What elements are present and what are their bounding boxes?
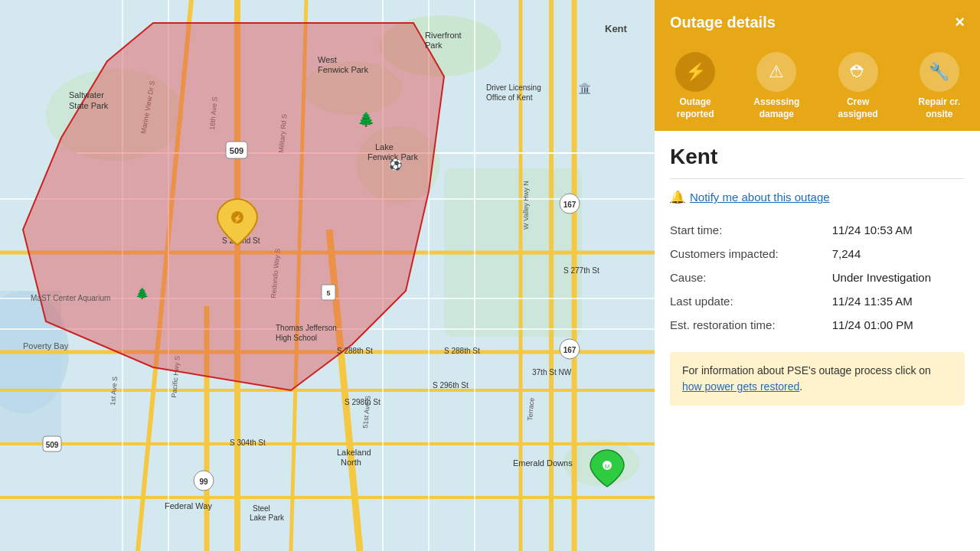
svg-text:Lakeland: Lakeland <box>337 448 371 457</box>
svg-text:W Valley Hwy N: W Valley Hwy N <box>522 181 530 230</box>
svg-text:High School: High School <box>276 334 317 342</box>
svg-text:Office of Kent: Office of Kent <box>486 93 533 102</box>
svg-text:Riverfront: Riverfront <box>425 31 462 40</box>
est-restore-label: Est. restoration time: <box>670 313 832 337</box>
close-button[interactable]: × <box>955 12 965 32</box>
svg-text:🌲: 🌲 <box>358 111 375 128</box>
svg-text:⚡: ⚡ <box>233 214 243 223</box>
status-step-outage-reported: ⚡ Outagereported <box>655 52 736 120</box>
svg-text:Emerald Downs: Emerald Downs <box>513 458 573 468</box>
svg-text:S 288th St: S 288th St <box>337 347 373 355</box>
info-table: Start time: 11/24 10:53 AM Customers imp… <box>670 218 965 337</box>
svg-text:S 304th St: S 304th St <box>230 439 266 447</box>
crew-assigned-label: Crewassigned <box>838 96 878 120</box>
svg-text:167: 167 <box>564 346 577 354</box>
est-restore-value: 11/24 01:00 PM <box>832 313 965 337</box>
status-step-assessing: ⚠ Assessingdamage <box>736 52 817 120</box>
outage-reported-icon-circle: ⚡ <box>675 52 715 92</box>
svg-text:5: 5 <box>326 289 330 297</box>
start-time-label: Start time: <box>670 218 832 242</box>
start-time-row: Start time: 11/24 10:53 AM <box>670 218 965 242</box>
svg-text:Lake: Lake <box>375 142 394 152</box>
repair-crew-label: Repair cr.onsite <box>919 96 961 120</box>
svg-text:S 298th St: S 298th St <box>345 398 381 406</box>
svg-text:MaST Center Aquarium: MaST Center Aquarium <box>31 294 110 302</box>
footer-period: . <box>799 380 802 393</box>
svg-text:S 277th St: S 277th St <box>564 266 599 275</box>
outage-reported-icon: ⚡ <box>685 62 706 82</box>
cause-row: Cause: Under Investigation <box>670 266 965 289</box>
svg-text:Park: Park <box>425 41 443 50</box>
svg-text:Saltwater: Saltwater <box>69 90 104 99</box>
map-container[interactable]: Marine View Dr S 16th Ave S Military Rd … <box>0 0 655 551</box>
svg-text:S 296th St: S 296th St <box>433 381 469 390</box>
info-footer: For information about PSE's outage proce… <box>670 352 965 406</box>
cause-label: Cause: <box>670 266 832 289</box>
svg-text:Driver Licensing: Driver Licensing <box>486 83 541 92</box>
customers-row: Customers impacted: 7,244 <box>670 242 965 266</box>
last-update-value: 11/24 11:35 AM <box>832 289 965 313</box>
status-step-crew-assigned: ⛑ Crewassigned <box>818 52 899 120</box>
svg-text:North: North <box>341 458 361 467</box>
svg-text:🏛️: 🏛️ <box>578 82 592 95</box>
customers-value: 7,244 <box>832 242 965 266</box>
panel-title: Outage details <box>670 14 776 31</box>
start-time-value: 11/24 10:53 AM <box>832 218 965 242</box>
assessing-icon: ⚠ <box>769 62 784 82</box>
repair-crew-icon: 🔧 <box>929 62 949 82</box>
svg-text:Fenwick Park: Fenwick Park <box>318 65 369 74</box>
svg-text:West: West <box>318 55 337 64</box>
svg-text:⚽: ⚽ <box>389 158 403 171</box>
svg-text:99: 99 <box>199 478 208 486</box>
svg-text:Thomas Jefferson: Thomas Jefferson <box>276 324 337 332</box>
svg-text:Federal Way: Federal Way <box>165 501 212 510</box>
svg-text:509: 509 <box>230 146 243 155</box>
notify-label: Notify me about this outage <box>690 191 830 204</box>
panel-body: Kent 🔔 Notify me about this outage Start… <box>655 131 980 419</box>
assessing-icon-circle: ⚠ <box>756 52 796 92</box>
svg-text:🌲: 🌲 <box>136 287 149 300</box>
crew-assigned-icon: ⛑ <box>850 62 867 82</box>
svg-text:S 288th St: S 288th St <box>444 347 480 355</box>
svg-text:Poverty Bay: Poverty Bay <box>23 341 69 350</box>
footer-link[interactable]: how power gets restored <box>682 380 799 393</box>
svg-text:509: 509 <box>46 441 59 449</box>
notification-icon: 🔔 <box>670 190 685 204</box>
assessing-label: Assessingdamage <box>753 96 799 120</box>
svg-text:167: 167 <box>564 201 577 209</box>
city-name: Kent <box>670 145 965 169</box>
status-bar: ⚡ Outagereported ⚠ Assessingdamage ⛑ Cre… <box>655 44 980 131</box>
divider <box>670 178 965 179</box>
est-restore-row: Est. restoration time: 11/24 01:00 PM <box>670 313 965 337</box>
last-update-label: Last update: <box>670 289 832 313</box>
customers-label: Customers impacted: <box>670 242 832 266</box>
svg-text:37th St NW: 37th St NW <box>532 368 572 377</box>
crew-assigned-icon-circle: ⛑ <box>838 52 878 92</box>
footer-text: For information about PSE's outage proce… <box>682 364 931 377</box>
svg-text:Kent: Kent <box>605 23 628 34</box>
svg-text:State Park: State Park <box>69 101 109 110</box>
status-step-repair-crew: 🔧 Repair cr.onsite <box>899 52 980 120</box>
svg-text:Steel: Steel <box>253 504 270 513</box>
cause-value: Under Investigation <box>832 266 965 289</box>
outage-reported-label: Outagereported <box>677 96 714 120</box>
panel-header: Outage details × <box>655 0 980 44</box>
svg-text:Lake Park: Lake Park <box>250 514 285 522</box>
repair-crew-icon-circle: 🔧 <box>920 52 959 92</box>
svg-text:M: M <box>605 463 610 470</box>
last-update-row: Last update: 11/24 11:35 AM <box>670 289 965 313</box>
notify-link[interactable]: 🔔 Notify me about this outage <box>670 190 965 204</box>
outage-panel: Outage details × ⚡ Outagereported ⚠ Asse… <box>655 0 980 551</box>
